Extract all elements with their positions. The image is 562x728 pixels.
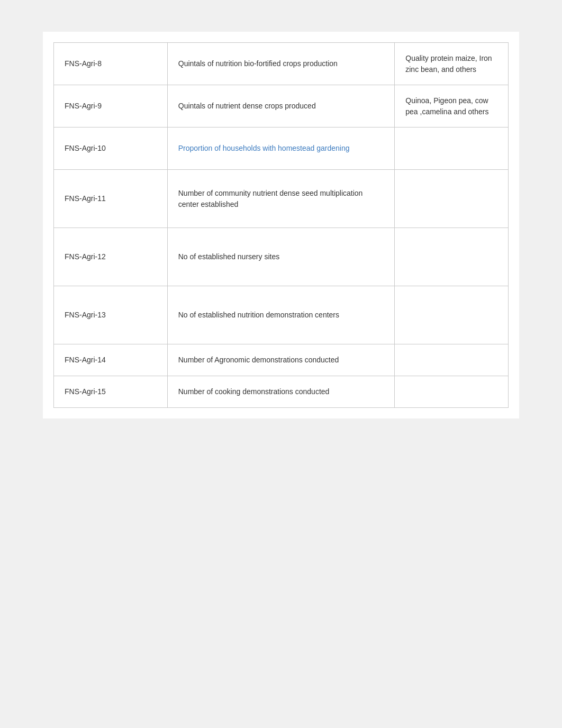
row-extra-cell (395, 170, 509, 228)
row-id-cell: FNS-Agri-13 (54, 286, 168, 344)
row-description-cell[interactable]: Proportion of households with homestead … (167, 128, 395, 170)
row-extra-cell: Quinoa, Pigeon pea, cow pea ,camelina an… (395, 85, 509, 128)
table-row: FNS-Agri-14Number of Agronomic demonstra… (54, 344, 509, 376)
table-row: FNS-Agri-10Proportion of households with… (54, 128, 509, 170)
row-extra-cell (395, 128, 509, 170)
row-extra-cell (395, 376, 509, 408)
table-row: FNS-Agri-11Number of community nutrient … (54, 170, 509, 228)
row-extra-cell (395, 344, 509, 376)
table-row: FNS-Agri-9Quintals of nutrient dense cro… (54, 85, 509, 128)
row-description-cell: Number of community nutrient dense seed … (167, 170, 395, 228)
row-description-cell: Number of Agronomic demonstrations condu… (167, 344, 395, 376)
row-id-cell: FNS-Agri-15 (54, 376, 168, 408)
row-id-cell: FNS-Agri-14 (54, 344, 168, 376)
table-wrapper: FNS-Agri-8Quintals of nutrition bio-fort… (53, 42, 509, 408)
row-description-cell: Quintals of nutrient dense crops produce… (167, 85, 395, 128)
row-id-cell: FNS-Agri-9 (54, 85, 168, 128)
page-container: FNS-Agri-8Quintals of nutrition bio-fort… (43, 32, 519, 418)
row-extra-cell (395, 228, 509, 286)
row-id-cell: FNS-Agri-10 (54, 128, 168, 170)
row-description-cell: Quintals of nutrition bio-fortified crop… (167, 43, 395, 85)
row-id-cell: FNS-Agri-12 (54, 228, 168, 286)
row-extra-cell (395, 286, 509, 344)
data-table: FNS-Agri-8Quintals of nutrition bio-fort… (53, 42, 509, 408)
row-description-link[interactable]: Proportion of households with homestead … (178, 144, 350, 152)
row-id-cell: FNS-Agri-8 (54, 43, 168, 85)
row-description-cell: Number of cooking demonstrations conduct… (167, 376, 395, 408)
table-row: FNS-Agri-15Number of cooking demonstrati… (54, 376, 509, 408)
table-row: FNS-Agri-8Quintals of nutrition bio-fort… (54, 43, 509, 85)
table-row: FNS-Agri-13No of established nutrition d… (54, 286, 509, 344)
row-description-cell: No of established nutrition demonstratio… (167, 286, 395, 344)
table-row: FNS-Agri-12No of established nursery sit… (54, 228, 509, 286)
row-description-cell: No of established nursery sites (167, 228, 395, 286)
row-id-cell: FNS-Agri-11 (54, 170, 168, 228)
row-extra-cell: Quality protein maize, Iron zinc bean, a… (395, 43, 509, 85)
